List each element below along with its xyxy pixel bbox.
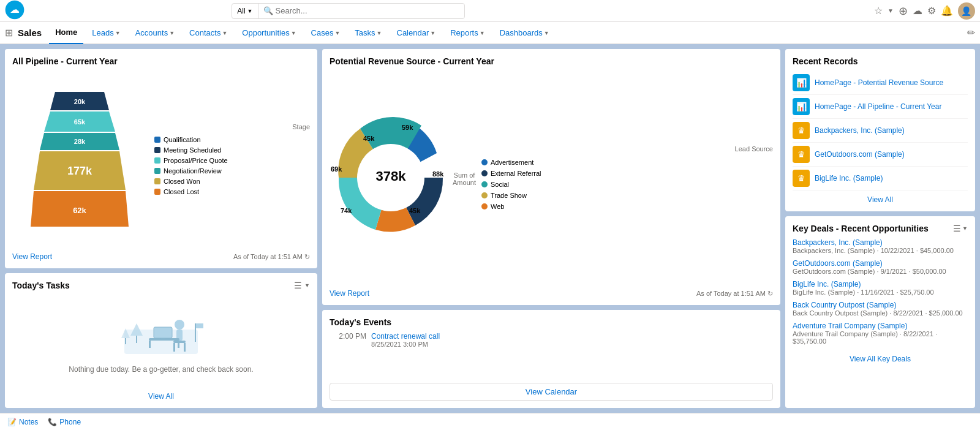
deal-detail-5: Adventure Trail Company (Sample) · 8/22/… xyxy=(793,330,968,345)
main-content: All Pipeline - Current Year 20k 65k 28k xyxy=(0,44,980,413)
recent-records-card: Recent Records 📊 HomePage - Potential Re… xyxy=(785,49,975,211)
star-icon[interactable]: ☆ xyxy=(874,5,883,17)
svg-text:378k: 378k xyxy=(376,168,407,184)
svg-rect-16 xyxy=(173,343,175,352)
svg-rect-22 xyxy=(161,338,165,341)
legend-item-external-referral: External Referral xyxy=(481,170,773,177)
lead-source-label: Lead Source xyxy=(481,145,773,153)
record-link-1[interactable]: HomePage - Potential Revenue Source xyxy=(815,78,943,87)
tab-contacts[interactable]: Contacts ▼ xyxy=(183,22,233,44)
right-column: Recent Records 📊 HomePage - Potential Re… xyxy=(785,49,975,408)
tasks-filter-icon[interactable]: ☰ xyxy=(294,281,302,290)
tasks-view-all[interactable]: View All xyxy=(12,392,310,401)
tasks-illustration xyxy=(112,311,210,360)
svg-text:20k: 20k xyxy=(74,98,86,105)
tab-opportunities[interactable]: Opportunities ▼ xyxy=(236,22,302,44)
tasks-empty-state: Nothing due today. Be a go-getter, and c… xyxy=(12,295,310,390)
key-deals-filter-icon[interactable]: ☰ xyxy=(953,224,961,233)
recent-records-view-all[interactable]: View All xyxy=(793,195,968,204)
contacts-chevron-icon: ▼ xyxy=(222,30,227,36)
all-chevron-icon: ▼ xyxy=(247,8,253,14)
svg-text:65k: 65k xyxy=(74,118,86,126)
phone-button[interactable]: 📞 Phone xyxy=(48,418,81,426)
svg-rect-17 xyxy=(184,343,186,352)
event-title[interactable]: Contract renewal call xyxy=(371,332,440,341)
key-deals-chevron-icon[interactable]: ▼ xyxy=(962,225,968,232)
tab-calendar[interactable]: Calendar ▼ xyxy=(391,22,442,44)
recent-records-title: Recent Records xyxy=(793,56,968,66)
bottombar: 📝 Notes 📞 Phone xyxy=(0,413,980,430)
key-deals-view-all[interactable]: View All Key Deals xyxy=(793,355,968,363)
pipeline-legend: Stage Qualification Meeting Scheduled Pr… xyxy=(154,71,310,247)
svg-text:177k: 177k xyxy=(67,165,92,177)
revenue-legend: Lead Source Advertisement External Refer… xyxy=(481,71,773,284)
opportunities-chevron-icon: ▼ xyxy=(291,30,296,36)
pipeline-funnel: 20k 65k 28k 177k 62k xyxy=(12,71,147,247)
tab-dashboards[interactable]: Dashboards ▼ xyxy=(494,22,556,44)
topbar: ☁ All ▼ 🔍 ☆ ▼ ⊕ ☁ ⚙ 🔔 👤 xyxy=(0,0,980,22)
calendar-chevron-icon: ▼ xyxy=(430,30,435,36)
notes-button[interactable]: 📝 Notes xyxy=(7,418,38,426)
grid-icon[interactable]: ⊞ xyxy=(5,27,13,39)
accounts-chevron-icon: ▼ xyxy=(169,30,175,36)
deal-name-5[interactable]: Adventure Trail Company (Sample) xyxy=(793,322,968,330)
tab-leads[interactable]: Leads ▼ xyxy=(86,22,126,44)
phone-icon: 📞 xyxy=(48,418,57,426)
deal-name-2[interactable]: GetOutdoors.com (Sample) xyxy=(793,259,968,268)
record-item-5: ♛ BigLife Inc. (Sample) xyxy=(793,167,968,190)
cloud-icon[interactable]: ☁ xyxy=(913,5,922,17)
revenue-refresh-icon[interactable]: ↻ xyxy=(767,290,773,297)
tasks-chevron-icon: ▼ xyxy=(377,30,382,36)
events-card: Today's Events 2:00 PM Contract renewal … xyxy=(322,310,780,408)
tab-reports[interactable]: Reports ▼ xyxy=(444,22,491,44)
app-name: Sales xyxy=(18,28,42,38)
settings-icon[interactable]: ⚙ xyxy=(927,5,936,17)
deal-item-1: Backpackers, Inc. (Sample) Backpackers, … xyxy=(793,238,968,254)
avatar[interactable]: 👤 xyxy=(958,2,975,20)
pipeline-stage-label: Stage xyxy=(154,123,310,130)
legend-item-advertisement: Advertisement xyxy=(481,159,773,166)
bell-icon[interactable]: 🔔 xyxy=(941,5,953,17)
tasks-filter-chevron-icon[interactable]: ▼ xyxy=(304,282,310,289)
all-dropdown[interactable]: All ▼ xyxy=(232,4,258,18)
tab-accounts[interactable]: Accounts ▼ xyxy=(129,22,181,44)
search-icon: 🔍 xyxy=(263,6,273,15)
deal-name-3[interactable]: BigLife Inc. (Sample) xyxy=(793,280,968,289)
view-calendar-button[interactable]: View Calendar xyxy=(330,383,773,401)
edit-icon[interactable]: ✏ xyxy=(967,27,975,39)
revenue-donut: 378k 59k 88k 45k 74k 69k 45k Sum of Amou… xyxy=(330,71,477,284)
svg-rect-24 xyxy=(136,336,137,343)
tab-tasks[interactable]: Tasks ▼ xyxy=(349,22,388,44)
legend-item-social: Social xyxy=(481,181,773,188)
legend-item: Qualification xyxy=(154,136,310,143)
event-date: 8/25/2021 3:00 PM xyxy=(371,341,440,348)
deal-name-1[interactable]: Backpackers, Inc. (Sample) xyxy=(793,238,968,247)
record-link-4[interactable]: GetOutdoors.com (Sample) xyxy=(815,150,905,159)
middle-column: Potential Revenue Source - Current Year xyxy=(322,49,780,408)
dashboards-chevron-icon: ▼ xyxy=(544,30,549,36)
record-link-5[interactable]: BigLife Inc. (Sample) xyxy=(815,174,883,183)
revenue-view-report[interactable]: View Report xyxy=(330,289,369,298)
salesforce-logo: ☁ xyxy=(5,0,24,21)
deal-name-4[interactable]: Back Country Outpost (Sample) xyxy=(793,301,968,309)
tab-home[interactable]: Home xyxy=(49,22,83,44)
deal-detail-2: GetOutdoors.com (Sample) · 9/1/2021 · $5… xyxy=(793,268,968,275)
tab-cases[interactable]: Cases ▼ xyxy=(305,22,347,44)
search-input[interactable] xyxy=(276,6,459,15)
pipeline-view-report[interactable]: View Report xyxy=(12,252,52,261)
events-title: Today's Events xyxy=(330,317,773,327)
record-item-2: 📊 HomePage - All Pipeline - Current Year xyxy=(793,95,968,119)
add-icon[interactable]: ⊕ xyxy=(899,4,908,18)
record-item-4: ♛ GetOutdoors.com (Sample) xyxy=(793,143,968,167)
chevron-down-icon[interactable]: ▼ xyxy=(888,7,894,14)
legend-item-web: Web xyxy=(481,203,773,210)
record-link-2[interactable]: HomePage - All Pipeline - Current Year xyxy=(815,102,941,111)
record-item-3: ♛ Backpackers, Inc. (Sample) xyxy=(793,119,968,143)
svg-rect-26 xyxy=(125,338,126,344)
record-link-3[interactable]: Backpackers, Inc. (Sample) xyxy=(815,126,905,135)
key-deals-header: Key Deals - Recent Opportunities ☰ ▼ xyxy=(793,224,968,233)
navbar: ⊞ Sales Home Leads ▼ Accounts ▼ Contacts… xyxy=(0,22,980,44)
legend-item: Closed Won xyxy=(154,178,310,185)
pipeline-refresh-icon[interactable]: ↻ xyxy=(304,253,310,260)
tasks-empty-text: Nothing due today. Be a go-getter, and c… xyxy=(69,365,253,374)
